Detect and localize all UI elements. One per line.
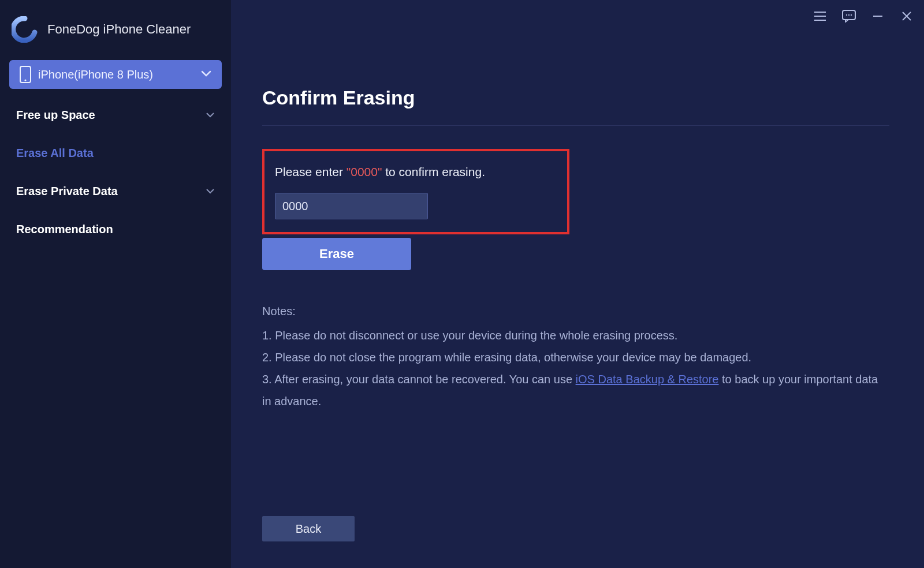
chevron-down-icon xyxy=(206,110,215,120)
feedback-icon[interactable] xyxy=(842,9,856,23)
sidebar-item-recommendation[interactable]: Recommendation xyxy=(9,210,222,248)
ios-backup-restore-link[interactable]: iOS Data Backup & Restore xyxy=(576,373,719,386)
main-panel: Confirm Erasing Please enter "0000" to c… xyxy=(231,0,924,568)
sidebar-item-erase-all-data[interactable]: Erase All Data xyxy=(9,134,222,172)
confirm-code-input[interactable] xyxy=(275,193,428,219)
divider xyxy=(262,125,889,126)
device-selector[interactable]: iPhone(iPhone 8 Plus) xyxy=(9,60,222,89)
back-button[interactable]: Back xyxy=(262,516,355,541)
svg-point-1 xyxy=(24,79,26,81)
notes-heading: Notes: xyxy=(262,300,889,322)
content: Confirm Erasing Please enter "0000" to c… xyxy=(231,0,924,412)
page-title: Confirm Erasing xyxy=(262,87,889,109)
chevron-down-icon xyxy=(206,186,215,196)
sidebar: FoneDog iPhone Cleaner iPhone(iPhone 8 P… xyxy=(0,0,231,568)
instruction-code: "0000" xyxy=(346,165,382,178)
instruction-text: Please enter "0000" to confirm erasing. xyxy=(275,165,557,179)
close-icon[interactable] xyxy=(900,9,914,23)
minimize-icon[interactable] xyxy=(871,9,885,23)
svg-point-8 xyxy=(851,14,852,16)
app-logo-icon xyxy=(12,16,38,43)
logo-row: FoneDog iPhone Cleaner xyxy=(9,12,222,60)
chevron-down-icon xyxy=(201,69,211,80)
note-line-1: 1. Please do not disconnect or use your … xyxy=(262,324,889,346)
device-label: iPhone(iPhone 8 Plus) xyxy=(38,68,201,81)
erase-button[interactable]: Erase xyxy=(262,238,411,270)
sidebar-item-free-up-space[interactable]: Free up Space xyxy=(9,96,222,134)
sidebar-item-label: Free up Space xyxy=(16,109,95,122)
sidebar-item-erase-private-data[interactable]: Erase Private Data xyxy=(9,172,222,210)
sidebar-item-label: Erase All Data xyxy=(16,147,94,160)
sidebar-item-label: Recommendation xyxy=(16,223,113,236)
phone-icon xyxy=(20,66,31,83)
note-line-3: 3. After erasing, your data cannot be re… xyxy=(262,368,889,412)
menu-icon[interactable] xyxy=(813,9,827,23)
notes-section: Notes: 1. Please do not disconnect or us… xyxy=(262,300,889,412)
svg-point-7 xyxy=(848,14,850,16)
note-line-2: 2. Please do not close the program while… xyxy=(262,346,889,368)
instruction-suffix: to confirm erasing. xyxy=(382,165,485,178)
sidebar-item-label: Erase Private Data xyxy=(16,185,118,198)
instruction-prefix: Please enter xyxy=(275,165,346,178)
confirm-highlight-box: Please enter "0000" to confirm erasing. xyxy=(262,149,569,234)
titlebar-controls xyxy=(813,9,914,23)
svg-point-6 xyxy=(846,14,847,16)
note3-prefix: 3. After erasing, your data cannot be re… xyxy=(262,373,576,386)
app-title: FoneDog iPhone Cleaner xyxy=(47,22,191,37)
